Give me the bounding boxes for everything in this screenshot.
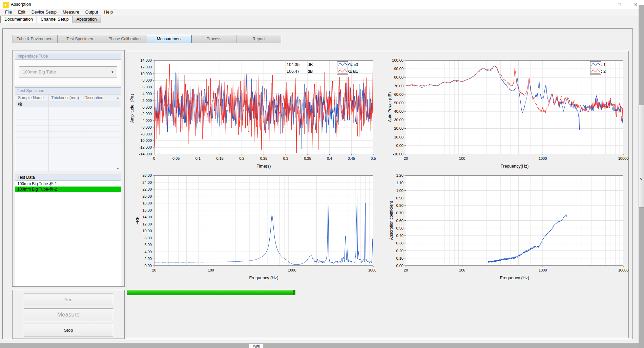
- legend-item-mic-1[interactable]: Mic 1: [590, 61, 608, 68]
- test-data-list[interactable]: 100mm Big Tube-棉-1100mm Big Tube-棉-2: [15, 181, 121, 286]
- svg-text:0.5: 0.5: [371, 156, 376, 160]
- svg-text:4.00: 4.00: [145, 250, 152, 254]
- column-header-sample-name: Sample Name: [15, 94, 48, 101]
- svg-text:20: 20: [152, 268, 156, 272]
- measure-button[interactable]: Measure: [24, 308, 113, 321]
- table-empty-rows: [15, 107, 121, 172]
- test-specimen-table-head: Sample NameThickness(mm)Discription: [15, 94, 121, 101]
- section-tab-report[interactable]: Report: [236, 35, 281, 43]
- menu-item-help[interactable]: Help: [101, 9, 116, 16]
- svg-text:Frequency (Hz): Frequency (Hz): [500, 276, 529, 280]
- chevron-down-icon[interactable]: ▼: [108, 67, 117, 78]
- measurement-progress-bar: [127, 290, 295, 295]
- svg-text:1.10: 1.10: [396, 181, 403, 185]
- menu-item-device-setup[interactable]: Device Setup: [28, 9, 60, 16]
- time-graph-legend: Dev1/ai0Dev1/ai1: [337, 61, 361, 75]
- blue-waveform-icon: [337, 61, 348, 68]
- table-row[interactable]: 棉: [15, 101, 121, 107]
- page-tab-documentation[interactable]: Documentation: [0, 16, 37, 23]
- section-tab-process[interactable]: Process: [191, 35, 236, 43]
- svg-text:0.10: 0.10: [396, 256, 403, 260]
- svg-text:-14.000: -14.000: [139, 152, 152, 156]
- svg-text:20: 20: [404, 156, 408, 160]
- impedance-tube-dropdown[interactable]: 100mm Big Tube ▼: [19, 66, 117, 78]
- page-tab-absorption[interactable]: Absorption: [72, 16, 101, 23]
- level-value: 106.47: [287, 69, 302, 74]
- collapse-left-icon[interactable]: <: [640, 177, 642, 181]
- menu-item-output[interactable]: Output: [82, 9, 101, 16]
- svg-text:30.00: 30.00: [394, 118, 403, 122]
- menu-bar: FileEditDevice SetupMeasureOutputHelp: [0, 9, 644, 16]
- column-header-thickness-mm: Thickness(mm): [48, 94, 82, 101]
- svg-text:0.3: 0.3: [283, 156, 288, 160]
- test-data-item[interactable]: 100mm Big Tube-棉-1: [15, 181, 121, 187]
- svg-text:0.05: 0.05: [172, 156, 180, 160]
- table-scroll-up-icon[interactable]: ▲: [117, 96, 119, 99]
- bottom-partial-tab[interactable]: 画图: [249, 344, 263, 348]
- svg-text:80.00: 80.00: [394, 75, 403, 79]
- test-data-header: Test Data: [15, 174, 121, 181]
- svg-text:12.00: 12.00: [142, 222, 152, 226]
- svg-text:0.70: 0.70: [396, 211, 403, 215]
- menu-item-measure[interactable]: Measure: [60, 9, 82, 16]
- legend-item-dev1-ai0[interactable]: Dev1/ai0: [337, 61, 361, 68]
- test-specimen-header: Test Specimen: [15, 87, 121, 94]
- svg-text:2.00: 2.00: [145, 257, 152, 261]
- window-title: Absorption: [11, 2, 31, 7]
- svg-text:0.80: 0.80: [396, 203, 403, 208]
- svg-text:Auto Power (dB): Auto Power (dB): [388, 92, 392, 122]
- svg-text:0.45: 0.45: [348, 156, 355, 160]
- scrollbar-thumb[interactable]: <: [639, 105, 644, 208]
- stop-button[interactable]: Stop: [24, 324, 113, 336]
- svg-text:-8.000: -8.000: [141, 132, 152, 136]
- table-scroll-down-icon[interactable]: ▼: [117, 167, 119, 170]
- svg-text:Frequency (Hz): Frequency (Hz): [249, 276, 278, 280]
- channel-level-readout: 104.35dB: [287, 61, 313, 68]
- level-value: 104.35: [287, 62, 302, 67]
- absorption-coefficient-graph: 1.201.101.000.900.800.700.600.500.400.30…: [381, 164, 637, 287]
- section-tab-phase-calibration[interactable]: Phase Calibration: [102, 35, 147, 43]
- section-tab-tube-environment[interactable]: Tube & Environment: [13, 35, 58, 43]
- svg-text:10000: 10000: [618, 268, 629, 272]
- svg-text:60.00: 60.00: [394, 92, 403, 96]
- legend-item-dev1-ai1[interactable]: Dev1/ai1: [337, 68, 361, 75]
- section-tab-measurement[interactable]: Measurement: [147, 35, 192, 43]
- svg-text:1000: 1000: [539, 156, 547, 160]
- test-data-item[interactable]: 100mm Big Tube-棉-2: [15, 187, 121, 192]
- svg-text:0.90: 0.90: [396, 196, 403, 200]
- page-tab-channel-setup[interactable]: Channel Setup: [37, 16, 73, 23]
- arm-button[interactable]: Arm: [24, 293, 113, 306]
- svg-text:14.000: 14.000: [140, 58, 152, 62]
- legend-item-mic-2[interactable]: Mic 2: [590, 68, 608, 75]
- maximize-button[interactable]: □: [611, 0, 627, 9]
- svg-text:2.000: 2.000: [142, 99, 152, 103]
- svg-text:90.00: 90.00: [394, 67, 403, 71]
- cell-discription: [82, 101, 111, 107]
- svg-text:12.000: 12.000: [140, 65, 152, 69]
- svg-text:100: 100: [459, 268, 465, 272]
- level-unit: dB: [308, 62, 313, 67]
- svg-text:8.00: 8.00: [145, 236, 152, 240]
- svg-text:FRF: FRF: [135, 217, 140, 224]
- menu-item-file[interactable]: File: [2, 9, 15, 16]
- test-specimen-table[interactable]: Sample NameThickness(mm)Discription 棉 ▲ …: [15, 94, 121, 172]
- svg-text:10000: 10000: [618, 156, 629, 160]
- svg-text:0.2: 0.2: [239, 156, 244, 160]
- progress-bar-cap: [293, 290, 295, 295]
- svg-text:0: 0: [153, 156, 155, 160]
- menu-item-edit[interactable]: Edit: [15, 9, 28, 16]
- svg-text:0.15: 0.15: [216, 156, 223, 160]
- svg-text:8.000: 8.000: [142, 78, 152, 82]
- svg-text:0.000: 0.000: [142, 105, 152, 109]
- svg-text:-12.000: -12.000: [139, 145, 152, 149]
- svg-text:0.1: 0.1: [195, 156, 201, 160]
- svg-text:24.00: 24.00: [142, 180, 152, 184]
- section-tab-test-specimen[interactable]: Test Specimen: [57, 35, 102, 43]
- auto-power-legend: Mic 1Mic 2: [590, 61, 608, 75]
- minimize-button[interactable]: —: [594, 0, 610, 9]
- svg-text:70.00: 70.00: [394, 84, 403, 88]
- svg-text:0.20: 0.20: [396, 249, 403, 253]
- svg-text:-4.000: -4.000: [141, 118, 152, 123]
- svg-text:0.4: 0.4: [327, 156, 332, 160]
- svg-text:1000: 1000: [288, 268, 296, 272]
